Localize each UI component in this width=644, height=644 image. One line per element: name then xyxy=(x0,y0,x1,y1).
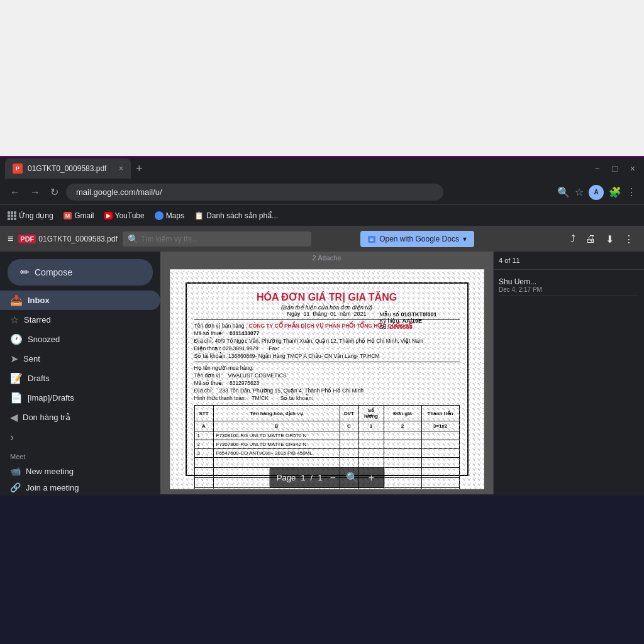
sent-label: Sent xyxy=(23,354,40,364)
gmail-label: Gmail xyxy=(74,211,94,220)
refresh-button[interactable]: ↻ xyxy=(48,184,61,201)
page-controls: Page 1 / 1 − 🔍 + xyxy=(269,467,384,488)
zoom-icon[interactable]: 🔍 xyxy=(343,470,361,485)
drafts-label: Drafts xyxy=(28,374,50,383)
ky-hieu-value: AA/19E xyxy=(402,318,422,324)
snoozed-icon: 🕐 xyxy=(10,333,23,345)
sidebar-item-drafts[interactable]: 📝 Drafts xyxy=(0,369,160,388)
cell-dvt xyxy=(340,440,358,449)
tai-khoan-seller-value: 136860869- Ngân Hàng TMCP Á Châu- CN Vân… xyxy=(228,353,379,359)
buyer-don-vi-value: VIVALUST COSMETICS xyxy=(228,372,286,379)
email-count-info: 4 of 11 xyxy=(499,257,520,264)
so-label: Số: xyxy=(379,324,389,330)
email-item-1[interactable]: Shu Uem... Dec 4, 2:17 PM xyxy=(499,275,639,296)
cell-don_gia xyxy=(384,449,421,458)
pdf-toolbar-right: ⤴ 🖨 ⬇ ⋮ xyxy=(568,231,636,248)
active-tab[interactable]: P 01GTKT0_0009583.pdf × xyxy=(5,158,131,179)
attachments-label: 2 Attache xyxy=(313,252,341,264)
danh-sach-label: Danh sách sản phẩ... xyxy=(206,211,278,220)
pdf-share-icon[interactable]: ⤴ xyxy=(568,231,578,247)
close-window-button[interactable]: × xyxy=(626,162,639,175)
sidebar-item-inbox[interactable]: 📥 Inbox xyxy=(0,291,160,310)
gmail-layout: ✏ Compose 📥 Inbox ☆ Starred 🕐 Snoozed ➤ … xyxy=(0,252,644,494)
email-panel-header: 4 of 11 xyxy=(494,252,644,270)
bookmark-maps[interactable]: Maps xyxy=(155,211,184,220)
new-tab-button[interactable]: + xyxy=(131,162,148,175)
tab-close-button[interactable]: × xyxy=(119,164,123,173)
cell-ten_hang: F7307800-RG UNI.TD MATTE CR342 N xyxy=(213,440,340,449)
empty-cell xyxy=(384,488,421,490)
zoom-in-button[interactable]: + xyxy=(366,471,377,485)
cell-ten_hang: F7308100-RG UNI.TD MATTE OR570 N xyxy=(213,431,340,440)
pdf-download-icon[interactable]: ⬇ xyxy=(603,231,616,248)
new-meeting-label: New meeting xyxy=(26,467,74,476)
pdf-inner-border: HÓA ĐƠN GIÁ TRỊ GIA TĂNG (Bản thể hiện c… xyxy=(186,282,469,476)
new-meeting-icon: 📹 xyxy=(10,466,21,476)
minimize-button[interactable]: − xyxy=(591,162,603,175)
zoom-out-button[interactable]: − xyxy=(327,471,338,485)
sidebar-item-imap-drafts[interactable]: 📄 [imap]/Drafts xyxy=(0,388,160,408)
pdf-search-input[interactable] xyxy=(141,235,306,243)
extension-icon[interactable]: 🧩 xyxy=(609,186,621,198)
buyer-mst-value: 8312975623 xyxy=(230,380,259,386)
ma-so-thue-seller-label: Mã số thuế: xyxy=(194,330,224,336)
bookmark-gmail[interactable]: M Gmail xyxy=(64,211,94,220)
maximize-button[interactable]: □ xyxy=(608,162,621,175)
tab-title: 01GTKT0_0009583.pdf xyxy=(28,164,114,173)
pdf-print-icon[interactable]: 🖨 xyxy=(583,231,598,247)
email-list-panel: 4 of 11 Shu Uem... Dec 4, 2:17 PM xyxy=(493,252,644,494)
profile-avatar[interactable]: A xyxy=(589,185,604,200)
buyer-name-row: Họ tên người mua hàng: xyxy=(194,365,460,371)
th-dvt: DVT xyxy=(340,406,358,421)
open-with-google-docs-button[interactable]: ≡ Open with Google Docs ▾ xyxy=(360,231,474,247)
back-button[interactable]: ← xyxy=(8,184,23,201)
join-meeting-item[interactable]: 🔗 Join a meeting xyxy=(0,479,160,494)
url-input[interactable] xyxy=(66,184,443,201)
th-b: B xyxy=(213,421,340,431)
bookmark-danh-sach[interactable]: 📋 Danh sách sản phẩ... xyxy=(194,211,278,220)
cell-so_luong xyxy=(358,431,384,440)
th-don-gia: Đơn giá xyxy=(384,406,421,421)
table-row: 1F7308100-RG UNI.TD MATTE OR570 N xyxy=(194,431,459,440)
new-meeting-item[interactable]: 📹 New meeting xyxy=(0,463,160,479)
sidebar-item-starred[interactable]: ☆ Starred xyxy=(0,310,160,330)
snoozed-label: Snoozed xyxy=(28,335,60,344)
open-with-chevron: ▾ xyxy=(463,235,467,243)
mau-so-label: Mẫu số xyxy=(379,311,399,318)
empty-cell xyxy=(421,458,459,468)
starred-label: Starred xyxy=(24,315,51,325)
bookmark-youtube[interactable]: ▶ YouTube xyxy=(104,211,145,220)
title-bar: P 01GTKT0_0009583.pdf × + − □ × xyxy=(0,157,644,180)
os-top-area xyxy=(0,0,644,156)
page-label: Page xyxy=(277,473,296,482)
table-row: 2F7307800-RG UNI.TD MATTE CR342 N xyxy=(194,440,459,449)
date-day: 11 xyxy=(303,311,309,317)
compose-button[interactable]: ✏ Compose xyxy=(8,259,153,286)
sidebar-item-sent[interactable]: ➤ Sent xyxy=(0,349,160,369)
th-ten-hang: Tên hàng hóa, dịch vụ xyxy=(213,406,340,421)
forward-button[interactable]: → xyxy=(28,184,43,201)
pdf-back-button[interactable]: ≡ xyxy=(8,233,13,245)
fax-label: Fax: xyxy=(269,345,279,352)
bookmark-star-icon[interactable]: ☆ xyxy=(575,186,584,198)
empty-cell xyxy=(213,458,340,468)
pdf-document: HÓA ĐƠN GIÁ TRỊ GIA TĂNG (Bản thể hiện c… xyxy=(170,269,484,489)
search-icon[interactable]: 🔍 xyxy=(557,186,570,198)
tai-khoan-seller-row: Số tài khoản: 136860869- Ngân Hàng TMCP … xyxy=(194,353,460,359)
sidebar-expand-button[interactable]: › xyxy=(0,427,160,448)
meet-title: Meet xyxy=(0,450,160,463)
sidebar-item-snoozed[interactable]: 🕐 Snoozed xyxy=(0,330,160,349)
buyer-mst-label: Mã số thuế: xyxy=(194,380,224,386)
ky-hieu-label: Ký hiệu: xyxy=(379,318,401,324)
empty-cell xyxy=(358,458,384,468)
apps-button[interactable]: Ứng dụng xyxy=(8,211,53,220)
so-row: Số: 0009583 xyxy=(379,324,436,330)
dien-thoai-value: 028.3891.9979 xyxy=(223,345,258,352)
address-bar: ← → ↻ 🔍 ☆ A 🧩 ⋮ xyxy=(0,180,644,205)
dia-chi-seller-value: 40/9 Tô Ngọc Vân, Phường Thanh Xuân, Quậ… xyxy=(214,338,423,344)
cell-so_luong xyxy=(358,449,384,458)
table-row-empty xyxy=(194,458,459,468)
menu-icon[interactable]: ⋮ xyxy=(626,186,636,198)
sidebar-item-don-hang-tra[interactable]: ◀ Don hàng trả xyxy=(0,408,160,427)
pdf-more-icon[interactable]: ⋮ xyxy=(621,231,636,248)
